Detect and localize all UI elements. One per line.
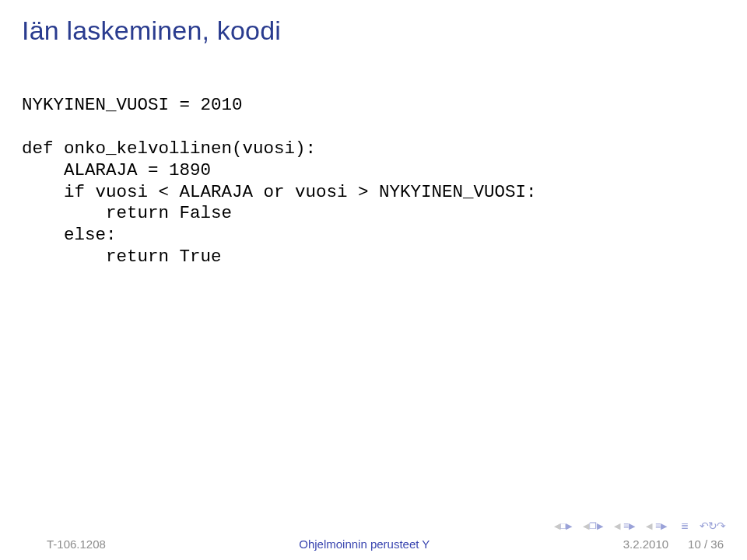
tri-right-icon: ▶ [661,522,667,530]
footer-right: 3.2.2010 10 / 36 [623,537,724,551]
tri-left-icon: ◀ [646,522,652,530]
footer: T-106.1208 Ohjelmoinnin perusteet Y 3.2.… [0,535,747,552]
end-icon[interactable]: ≣ [681,520,689,531]
slide: Iän laskeminen, koodi NYKYINEN_VUOSI = 2… [0,0,747,560]
undo-icon: ↶ [700,520,708,532]
tri-left-icon: ◀ [583,522,589,530]
tri-left-icon: ◀ [614,522,620,530]
footer-left: T-106.1208 [47,537,106,551]
box-icon: □ [560,522,566,530]
footer-page: 10 / 36 [688,537,724,551]
code-line: def onko_kelvollinen(vuosi): [22,138,316,159]
nav-sect-prev[interactable]: ◀ ≡ ▶ [614,520,635,531]
code-line: ALARAJA = 1890 [22,160,211,180]
tri-left-icon: ◀ [554,522,560,530]
tri-right-icon: ▶ [597,522,603,530]
code-line: return True [22,247,222,267]
loop-icon: ↻ [708,520,717,532]
nav-sect-next[interactable]: ◀ ≡ ▶ [646,520,667,531]
footer-center: Ohjelmoinnin perusteet Y [299,537,430,551]
loop-icons[interactable]: ↶↻↷ [700,520,725,532]
code-block: NYKYINEN_VUOSI = 2010 def onko_kelvollin… [22,95,537,268]
nav-bar: ◀ □ ▶ ◀ ❐ ▶ ◀ ≡ ▶ ◀ ≡ ▶ ≣ ↶↻↷ [554,520,725,532]
footer-date: 3.2.2010 [623,537,668,551]
tri-right-icon: ▶ [629,522,635,530]
lines-icon: ≡ [655,520,661,531]
code-line: return False [22,203,232,223]
tri-right-icon: ▶ [566,522,572,530]
nav-frames-group[interactable]: ◀ ❐ ▶ [583,522,603,530]
nav-first-group[interactable]: ◀ □ ▶ [554,522,572,530]
code-line: NYKYINEN_VUOSI = 2010 [22,95,243,115]
layers-icon: ❐ [589,522,597,530]
slide-title: Iän laskeminen, koodi [22,16,281,46]
lines-icon: ≡ [623,520,629,531]
redo-icon: ↷ [717,520,725,532]
code-line: if vuosi < ALARAJA or vuosi > NYKYINEN_V… [22,182,537,202]
code-line: else: [22,225,117,245]
